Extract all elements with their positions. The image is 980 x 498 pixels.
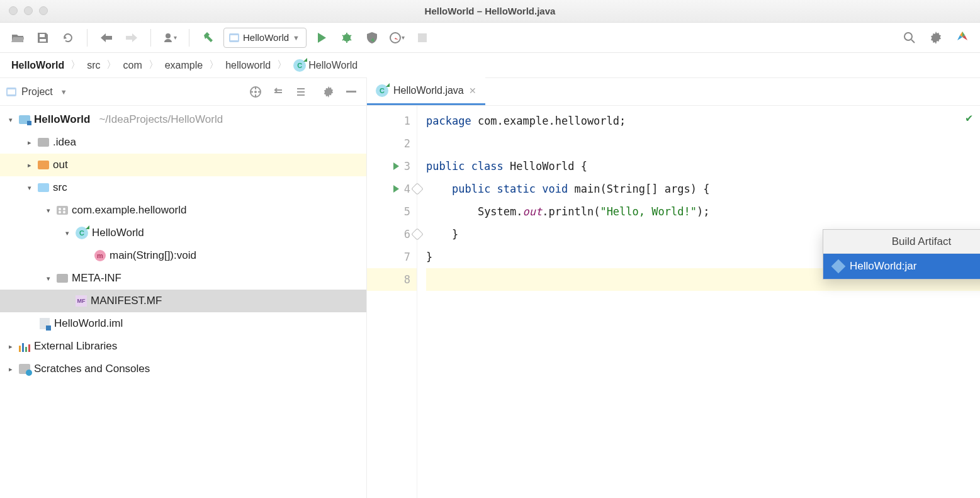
tree-external-libraries[interactable]: ▸ External Libraries: [0, 335, 366, 358]
hide-panel-icon[interactable]: [342, 83, 360, 101]
run-configuration-selector[interactable]: HelloWorld ▼: [223, 28, 307, 48]
method-icon: m: [94, 250, 106, 261]
coverage-icon[interactable]: [362, 28, 382, 48]
tree-iml-file[interactable]: HelloWorld.iml: [0, 312, 366, 335]
back-icon[interactable]: [96, 28, 116, 48]
close-window-button[interactable]: [9, 6, 18, 15]
settings-icon[interactable]: [926, 28, 946, 48]
svg-point-9: [254, 91, 257, 93]
breadcrumb-part[interactable]: src: [87, 60, 100, 71]
run-gutter-icon[interactable]: [393, 185, 399, 193]
tree-scratches[interactable]: ▸ Scratches and Consoles: [0, 358, 366, 380]
tree-src-folder[interactable]: ▾ src: [0, 176, 366, 199]
open-icon[interactable]: [8, 28, 28, 48]
build-artifact-popup: Build Artifact HelloWorld:jar ▶: [823, 229, 980, 280]
navigation-breadcrumb[interactable]: HelloWorld 〉 src 〉 com 〉 example 〉 hello…: [0, 53, 980, 78]
profile-icon[interactable]: ▾: [387, 28, 407, 48]
close-tab-icon[interactable]: ✕: [469, 86, 476, 96]
breadcrumb-part[interactable]: com: [123, 60, 142, 71]
popup-title: Build Artifact: [823, 230, 980, 254]
svg-rect-4: [418, 33, 427, 42]
minimize-window-button[interactable]: [24, 6, 33, 15]
chevron-down-icon[interactable]: ▼: [60, 88, 67, 96]
breadcrumb-root[interactable]: HelloWorld: [11, 60, 64, 71]
code-content[interactable]: package com.example.helloworld; public c…: [417, 106, 980, 498]
forward-icon[interactable]: [121, 28, 142, 48]
code-editor[interactable]: 1 2 3 4 5 6 7 8 package com.example.hell…: [367, 106, 980, 498]
tree-out-folder[interactable]: ▸ out: [0, 154, 366, 176]
breadcrumb-part[interactable]: helloworld: [225, 60, 271, 71]
expand-all-icon[interactable]: [269, 83, 287, 101]
run-gutter-icon[interactable]: [393, 162, 399, 170]
project-tool-window: Project ▼ ▾ HelloWorld ~/IdeaProjects/He…: [0, 78, 367, 498]
gear-icon[interactable]: [320, 83, 337, 101]
tree-root-module[interactable]: ▾ HelloWorld ~/IdeaProjects/HelloWorld: [0, 108, 366, 131]
run-icon[interactable]: [312, 28, 332, 48]
breadcrumb-part[interactable]: example: [165, 60, 203, 71]
project-view-icon: [6, 88, 16, 96]
editor-area: C HelloWorld.java ✕ 1 2 3 4 5 6 7 8 pack…: [367, 78, 980, 498]
inspection-ok-icon[interactable]: ✔: [966, 111, 972, 124]
manifest-icon: MF: [76, 295, 87, 307]
svg-rect-1: [230, 35, 238, 40]
tree-metainf-folder[interactable]: ▾ META-INF: [0, 267, 366, 290]
main-toolbar: ▾ HelloWorld ▼ ▾: [0, 23, 980, 53]
search-everywhere-icon[interactable]: [899, 28, 920, 48]
svg-rect-7: [8, 89, 15, 94]
svg-point-2: [343, 34, 351, 42]
jar-icon: [831, 259, 846, 274]
project-tree[interactable]: ▾ HelloWorld ~/IdeaProjects/HelloWorld ▸…: [0, 106, 366, 498]
debug-icon[interactable]: [337, 28, 357, 48]
tree-idea-folder[interactable]: ▸ .idea: [0, 131, 366, 154]
class-icon: C: [376, 84, 388, 97]
stop-icon: [412, 28, 432, 48]
artifact-menu-item[interactable]: HelloWorld:jar ▶: [823, 254, 980, 279]
refresh-icon[interactable]: [58, 28, 78, 48]
window-traffic-lights[interactable]: [9, 6, 48, 15]
window-titlebar: HelloWorld – HelloWorld.java: [0, 0, 980, 23]
chevron-down-icon: ▼: [293, 34, 300, 42]
project-panel-title[interactable]: Project: [21, 86, 53, 98]
editor-gutter[interactable]: 1 2 3 4 5 6 7 8: [367, 106, 417, 498]
window-title: HelloWorld – HelloWorld.java: [425, 6, 556, 16]
run-config-label: HelloWorld: [243, 32, 289, 43]
breadcrumb-class[interactable]: HelloWorld: [308, 60, 358, 71]
tree-package[interactable]: ▾ com.example.helloworld: [0, 199, 366, 222]
tree-class[interactable]: ▾C HelloWorld: [0, 222, 366, 244]
tree-manifest-file[interactable]: MF MANIFEST.MF: [0, 290, 366, 312]
class-icon: C: [293, 59, 306, 72]
tree-method[interactable]: m main(String[]):void: [0, 244, 366, 267]
editor-tabs: C HelloWorld.java ✕: [367, 78, 980, 106]
build-icon[interactable]: [198, 28, 218, 48]
class-icon: C: [76, 227, 88, 239]
save-all-icon[interactable]: [33, 28, 53, 48]
collapse-all-icon[interactable]: [292, 83, 310, 101]
svg-point-5: [904, 33, 912, 40]
zoom-window-button[interactable]: [39, 6, 48, 15]
select-opened-file-icon[interactable]: [247, 83, 264, 101]
project-panel-header: Project ▼: [0, 78, 366, 106]
editor-tab[interactable]: C HelloWorld.java ✕: [367, 77, 485, 105]
vcs-icon[interactable]: ▾: [160, 28, 180, 48]
tab-label: HelloWorld.java: [393, 85, 464, 96]
jetbrains-icon[interactable]: [952, 28, 972, 48]
svg-rect-10: [346, 91, 356, 93]
